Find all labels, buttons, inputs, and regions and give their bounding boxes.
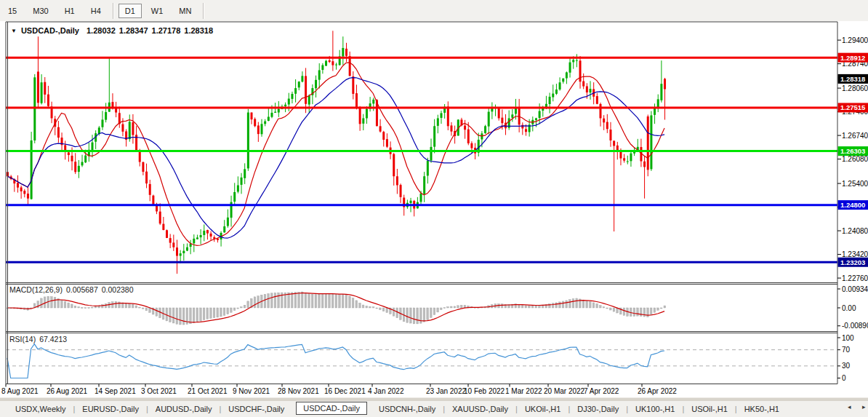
chart-canvas[interactable]: 1.294001.287401.280601.274001.267401.260… <box>0 0 868 417</box>
svg-text:3 Oct 2021: 3 Oct 2021 <box>141 387 177 395</box>
svg-text:16 Dec 2021: 16 Dec 2021 <box>324 387 366 395</box>
chevron-down-icon[interactable]: ▼ <box>11 28 17 34</box>
tab-scroll-right-icon[interactable]: ▸ <box>862 403 866 410</box>
tab-xauusd-daily[interactable]: XAUUSD-,Daily <box>450 405 510 413</box>
tab-hk50-h1[interactable]: HK50-,H1 <box>742 405 781 413</box>
tab-usdcad-daily[interactable]: USDCAD-,Daily <box>296 402 367 415</box>
rsi-pane[interactable] <box>6 344 837 378</box>
svg-text:26 Apr 2022: 26 Apr 2022 <box>638 387 677 395</box>
moving-average-21 <box>7 78 664 239</box>
svg-text:14 Sep 2021: 14 Sep 2021 <box>95 387 136 395</box>
svg-text:30: 30 <box>842 362 851 370</box>
tab-separator: | <box>682 405 684 413</box>
tab-dj30-daily[interactable]: DJ30-,Daily <box>575 405 621 413</box>
svg-text:7 Apr 2022: 7 Apr 2022 <box>584 387 619 395</box>
macd-pane[interactable] <box>7 292 666 325</box>
svg-text:28 Nov 2021: 28 Nov 2021 <box>278 387 319 395</box>
macd-name: MACD(12,26,9) <box>9 285 63 294</box>
chart-title: ▼USDCAD-,Daily1.280321.283471.271781.283… <box>11 26 217 35</box>
macd-signal-value: 0.002380 <box>102 285 134 294</box>
svg-text:8 Aug 2021: 8 Aug 2021 <box>1 387 39 395</box>
tab-separator: | <box>146 405 148 413</box>
svg-text:100: 100 <box>842 334 854 342</box>
svg-text:23 Jan 2022: 23 Jan 2022 <box>426 387 466 395</box>
svg-text:1.24080: 1.24080 <box>842 227 868 235</box>
svg-text:1.28318: 1.28318 <box>840 75 865 83</box>
svg-text:1.27515: 1.27515 <box>840 103 866 111</box>
svg-text:1.26303: 1.26303 <box>840 147 865 155</box>
svg-text:21 Oct 2021: 21 Oct 2021 <box>188 387 228 395</box>
moving-average-10 <box>7 63 664 246</box>
svg-text:1.26080: 1.26080 <box>842 155 868 163</box>
svg-text:20 Mar 2022: 20 Mar 2022 <box>544 387 585 395</box>
svg-text:1.25400: 1.25400 <box>842 180 868 188</box>
svg-text:1.28060: 1.28060 <box>842 84 868 92</box>
rsi-label: RSI(14)67.4213 <box>9 335 71 343</box>
svg-text:70: 70 <box>842 346 851 354</box>
tab-separator: | <box>73 405 75 413</box>
tab-separator: | <box>626 405 628 413</box>
rsi-name: RSI(14) <box>9 335 36 343</box>
tab-separator: | <box>568 405 570 413</box>
svg-text:0.009345: 0.009345 <box>842 285 868 293</box>
tab-usdcnh-daily[interactable]: USDCNH-,Daily <box>377 405 438 413</box>
rsi-value: 67.4213 <box>39 335 67 343</box>
svg-text:1.23420: 1.23420 <box>842 250 868 258</box>
tab-separator: | <box>735 405 737 413</box>
svg-text:0: 0 <box>842 374 846 382</box>
time-axis: 8 Aug 202126 Aug 202114 Sep 20213 Oct 20… <box>1 384 677 396</box>
svg-text:-0.008902: -0.008902 <box>842 322 868 330</box>
price-pane[interactable] <box>7 31 666 274</box>
svg-text:9 Nov 2021: 9 Nov 2021 <box>233 387 270 395</box>
tab-separator: | <box>443 405 445 413</box>
macd-label: MACD(12,26,9)0.0056870.002380 <box>9 285 137 294</box>
tab-separator: | <box>515 405 518 413</box>
svg-text:4 Jan 2022: 4 Jan 2022 <box>368 387 404 395</box>
macd-main-value: 0.005687 <box>66 285 98 294</box>
chart-symbol: USDCAD-,Daily <box>21 26 79 35</box>
svg-text:10 Feb 2022: 10 Feb 2022 <box>464 387 505 395</box>
ohlc-low: 1.27178 <box>152 26 181 35</box>
ohlc-open: 1.28032 <box>87 26 116 35</box>
tab-usdx-weekly[interactable]: USDX,Weekly <box>13 405 68 413</box>
ohlc-high: 1.28347 <box>119 26 148 35</box>
symbol-tabbar: USDX,Weekly|EURUSD-,Daily|AUDUSD-,Daily|… <box>0 401 868 417</box>
svg-text:1.29400: 1.29400 <box>842 36 868 44</box>
tab-usdchf-daily[interactable]: USDCHF-,Daily <box>226 405 286 413</box>
svg-text:1.22760: 1.22760 <box>842 274 868 282</box>
ohlc-close: 1.28318 <box>184 26 213 35</box>
tab-ukoil-h1[interactable]: UKOil-,H1 <box>523 405 563 413</box>
tab-scroll-left-icon[interactable]: ◂ <box>848 403 851 410</box>
svg-text:0.00: 0.00 <box>842 304 856 312</box>
tab-audusd-daily[interactable]: AUDUSD-,Daily <box>153 405 214 413</box>
tab-uk100-h1[interactable]: UK100-,H1 <box>633 405 677 413</box>
tab-usoil-h1[interactable]: USOil-,H1 <box>689 405 730 413</box>
svg-text:1.24800: 1.24800 <box>840 201 865 209</box>
svg-text:1.23203: 1.23203 <box>840 258 865 266</box>
rsi-line <box>7 344 664 378</box>
tab-separator: | <box>219 405 221 413</box>
svg-text:1 Mar 2022: 1 Mar 2022 <box>505 387 542 395</box>
svg-text:1.28912: 1.28912 <box>840 54 865 62</box>
svg-text:26 Aug 2021: 26 Aug 2021 <box>47 387 88 395</box>
svg-text:1.26740: 1.26740 <box>842 132 868 140</box>
tab-eurusd-daily[interactable]: EURUSD-,Daily <box>80 405 141 413</box>
